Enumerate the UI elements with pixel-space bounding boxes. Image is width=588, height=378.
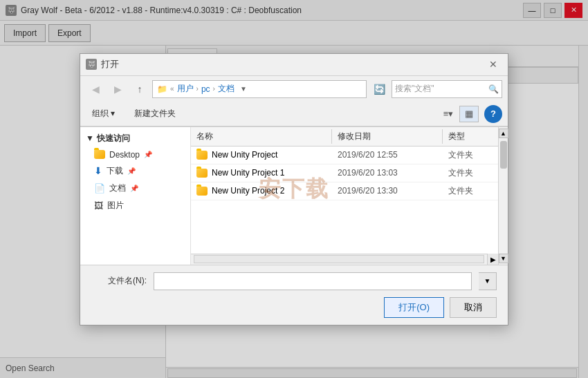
file-item-0-type: 文件夹 — [443, 149, 498, 161]
quick-access-panel: ▼ 快速访问 Desktop 📌 ⬇ 下载 📌 📄 文档 📌 — [80, 127, 191, 265]
folder-icon-2 — [196, 187, 208, 196]
file-item-1-date: 2019/6/20 13:03 — [332, 168, 443, 178]
dialog-nav-bar: ◀ ▶ ↑ 📁 « 用户 › pc › 文档 ▼ 🔄 搜索"文档" 🔍 — [80, 76, 508, 102]
file-item-1-name: New Unity Project 1 — [191, 168, 332, 178]
file-item-0-date: 2019/6/20 12:55 — [332, 150, 443, 160]
view-details-button[interactable]: ▦ — [459, 106, 479, 122]
folder-icon-1 — [196, 169, 208, 178]
col-name-header[interactable]: 名称 — [191, 129, 332, 144]
folder-icon-0 — [196, 151, 208, 160]
dialog-title-bar: 🐺 打开 ✕ — [80, 54, 508, 76]
view-toggle-group: ≡▾ ▦ — [439, 106, 479, 122]
file-item-2-date: 2019/6/20 13:30 — [332, 186, 443, 196]
organize-button[interactable]: 组织 ▾ — [86, 105, 121, 122]
file-item-2-type: 文件夹 — [443, 185, 498, 197]
dialog-toolbar: 组织 ▾ 新建文件夹 ≡▾ ▦ ? — [80, 102, 508, 126]
file-list-hscroll[interactable]: ▶ — [191, 254, 498, 265]
help-button[interactable]: ? — [484, 105, 502, 123]
qa-item-desktop[interactable]: Desktop 📌 — [80, 147, 190, 162]
filename-input[interactable] — [154, 272, 472, 290]
nav-forward-button[interactable]: ▶ — [108, 80, 127, 98]
dialog-close-button[interactable]: ✕ — [484, 57, 502, 72]
qa-item-docs[interactable]: 📄 文档 📌 — [80, 180, 190, 197]
qa-item-pictures[interactable]: 🖼 图片 — [80, 197, 190, 214]
filename-dropdown[interactable]: ▼ — [479, 272, 497, 290]
file-dialog: 🐺 打开 ✕ ◀ ▶ ↑ 📁 « 用户 › pc › 文档 ▼ 🔄 搜索"文档" — [80, 53, 508, 325]
quick-access-label: 快速访问 — [97, 133, 130, 144]
filename-label: 文件名(N): — [91, 275, 147, 287]
pin-icon-docs: 📌 — [130, 185, 138, 192]
dialog-bottom: 文件名(N): ▼ 打开(O) 取消 — [80, 265, 508, 325]
file-list-vscroll[interactable]: ▲ ▼ — [498, 127, 508, 265]
vscroll-thumb[interactable] — [500, 141, 507, 169]
file-item-1-type: 文件夹 — [443, 167, 498, 179]
dialog-overlay: 🐺 打开 ✕ ◀ ▶ ↑ 📁 « 用户 › pc › 文档 ▼ 🔄 搜索"文档" — [0, 0, 588, 378]
new-folder-button[interactable]: 新建文件夹 — [127, 105, 183, 122]
breadcrumb-icon: 📁 — [157, 84, 167, 94]
file-item-2[interactable]: New Unity Project 2 2019/6/20 13:30 文件夹 — [191, 182, 498, 200]
folder-icon — [94, 150, 105, 159]
dialog-action-buttons: 打开(O) 取消 — [91, 297, 497, 318]
qa-item-docs-label: 文档 — [109, 182, 126, 194]
dialog-body: ▼ 快速访问 Desktop 📌 ⬇ 下载 📌 📄 文档 📌 — [80, 126, 508, 265]
nav-up-button[interactable]: ↑ — [130, 80, 149, 98]
dialog-title: 打开 — [101, 58, 484, 70]
quick-access-header: ▼ 快速访问 — [80, 130, 190, 147]
file-item-1[interactable]: New Unity Project 1 2019/6/20 13:03 文件夹 — [191, 164, 498, 182]
search-label: 搜索"文档" — [395, 83, 434, 95]
refresh-button[interactable]: 🔄 — [369, 80, 389, 98]
file-item-2-name: New Unity Project 2 — [191, 186, 332, 196]
qa-item-download[interactable]: ⬇ 下载 📌 — [80, 162, 190, 180]
vscroll-down-btn[interactable]: ▼ — [499, 254, 508, 263]
breadcrumb-bar[interactable]: 📁 « 用户 › pc › 文档 ▼ — [152, 80, 367, 98]
img-icon: 🖼 — [94, 200, 103, 211]
hscroll-right-btn[interactable]: ▶ — [487, 254, 498, 265]
file-item-0-name: New Unity Project — [191, 150, 332, 160]
nav-back-button[interactable]: ◀ — [86, 80, 105, 98]
breadcrumb-dropdown-icon: ▼ — [240, 85, 247, 93]
breadcrumb-docs[interactable]: 文档 — [218, 83, 235, 95]
file-list-wrapper: 名称 修改日期 类型 New Unity Project 2019/6/20 1… — [191, 127, 508, 265]
cancel-button[interactable]: 取消 — [450, 297, 497, 318]
doc-icon: 📄 — [94, 183, 105, 193]
pin-icon-desktop: 📌 — [144, 151, 152, 158]
hscroll-track[interactable] — [194, 255, 484, 263]
col-date-header[interactable]: 修改日期 — [332, 129, 443, 144]
breadcrumb-users[interactable]: 用户 — [177, 83, 194, 95]
qa-item-pictures-label: 图片 — [107, 200, 124, 211]
search-icon: 🔍 — [488, 84, 499, 94]
file-list-header: 名称 修改日期 类型 — [191, 127, 498, 147]
view-list-button[interactable]: ≡▾ — [439, 106, 458, 122]
file-list-area: 名称 修改日期 类型 New Unity Project 2019/6/20 1… — [191, 127, 498, 265]
quick-access-arrow: ▼ — [86, 133, 94, 143]
qa-item-download-label: 下载 — [107, 165, 123, 177]
col-type-header[interactable]: 类型 — [443, 129, 498, 144]
open-button[interactable]: 打开(O) — [384, 297, 444, 318]
file-list: New Unity Project 2019/6/20 12:55 文件夹 Ne… — [191, 147, 498, 254]
filename-row: 文件名(N): ▼ — [91, 272, 497, 290]
breadcrumb-pc[interactable]: pc — [201, 84, 210, 94]
file-item-0[interactable]: New Unity Project 2019/6/20 12:55 文件夹 — [191, 147, 498, 164]
qa-item-desktop-label: Desktop — [109, 150, 140, 160]
search-bar[interactable]: 搜索"文档" 🔍 — [392, 80, 502, 98]
download-icon: ⬇ — [94, 165, 102, 176]
dialog-icon: 🐺 — [86, 59, 97, 70]
vscroll-up-btn[interactable]: ▲ — [499, 129, 508, 138]
pin-icon-download: 📌 — [127, 167, 136, 175]
